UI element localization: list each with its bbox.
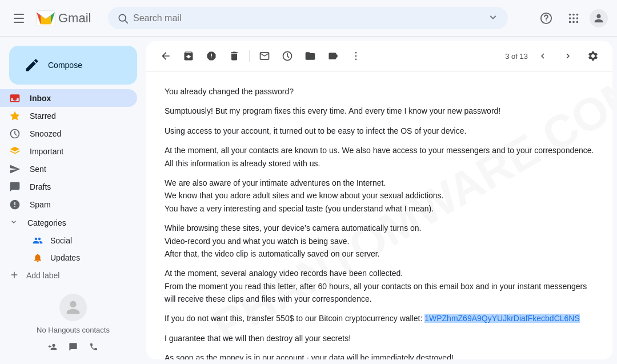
email-para-6: While browsing these sites, your device’…: [165, 222, 594, 260]
add-label-button[interactable]: Add label: [0, 267, 146, 285]
add-person-button[interactable]: [45, 339, 61, 355]
email-para-1: You already changed the password?: [165, 85, 594, 98]
topbar: Gmail: [0, 0, 617, 37]
svg-point-9: [572, 13, 575, 15]
sidebar-item-important[interactable]: Important: [0, 142, 137, 160]
hangouts-avatar: [59, 294, 87, 321]
important-label: Important: [30, 147, 128, 156]
back-button[interactable]: [155, 46, 176, 66]
svg-point-8: [569, 13, 571, 15]
gmail-logo-text: Gmail: [58, 11, 91, 26]
snooze-button[interactable]: [277, 46, 298, 66]
sidebar-item-drafts[interactable]: Drafts: [0, 178, 137, 196]
social-icon: [32, 235, 43, 246]
svg-point-10: [576, 13, 579, 15]
topbar-right: [535, 7, 608, 30]
more-options-button[interactable]: [346, 46, 366, 66]
email-para-5: We are also aware of your intimate adven…: [165, 177, 594, 215]
compose-label: Compose: [48, 61, 82, 70]
apps-button[interactable]: [562, 7, 585, 30]
svg-point-15: [572, 21, 575, 23]
search-button[interactable]: [117, 13, 129, 24]
svg-rect-1: [14, 18, 24, 19]
email-para-9: I guarantee that we will then destroy al…: [165, 332, 594, 345]
svg-rect-0: [14, 14, 24, 15]
bitcoin-address-link[interactable]: 1WPZhmZ69A9QyYUJkrDiafFkecbdCL6NS: [424, 314, 580, 323]
report-spam-button[interactable]: [201, 46, 222, 66]
svg-point-11: [569, 17, 571, 19]
add-icon: [9, 270, 19, 282]
compose-button[interactable]: Compose: [9, 46, 137, 85]
svg-point-21: [355, 59, 357, 61]
hangout-call-button[interactable]: [86, 339, 102, 355]
svg-point-14: [569, 21, 571, 23]
updates-label: Updates: [50, 253, 80, 262]
search-bar: [108, 7, 508, 29]
search-expand-icon[interactable]: [487, 11, 499, 25]
prev-email-button[interactable]: [532, 46, 553, 66]
svg-line-5: [125, 20, 128, 23]
svg-point-19: [355, 52, 357, 54]
svg-point-13: [576, 17, 579, 19]
starred-label: Starred: [30, 111, 128, 121]
sidebar-item-starred[interactable]: Starred: [0, 107, 137, 125]
label-button[interactable]: [323, 46, 343, 66]
drafts-label: Drafts: [30, 182, 128, 191]
categories-chevron-icon: [9, 217, 18, 228]
snoozed-label: Snoozed: [30, 129, 128, 138]
drafts-icon: [9, 181, 21, 193]
email-body: PHANTOMWARE.COM You already changed the …: [146, 71, 612, 359]
help-button[interactable]: [535, 7, 558, 30]
clock-icon: [9, 128, 21, 139]
sidebar-item-sent[interactable]: Sent: [0, 161, 137, 178]
pagination: 3 of 13: [505, 46, 603, 66]
sidebar-item-updates[interactable]: Updates: [0, 249, 137, 267]
main-layout: Compose Inbox Starred Snoozed: [0, 37, 617, 364]
send-icon: [9, 163, 21, 175]
inbox-icon: [9, 93, 21, 104]
archive-button[interactable]: [178, 46, 199, 66]
spam-label: Spam: [30, 200, 128, 209]
pagination-text: 3 of 13: [505, 52, 528, 61]
search-input[interactable]: [133, 13, 483, 23]
sidebar-item-inbox[interactable]: Inbox: [0, 89, 137, 107]
sidebar-item-social[interactable]: Social: [0, 231, 137, 249]
hangout-chat-button[interactable]: [65, 339, 81, 355]
settings-button[interactable]: [583, 46, 603, 66]
no-hangouts-label: No Hangouts contacts: [37, 326, 110, 334]
important-icon: [9, 146, 21, 157]
updates-icon: [32, 252, 43, 263]
svg-point-20: [355, 55, 357, 57]
categories-toggle[interactable]: Categories: [0, 214, 137, 231]
next-email-button[interactable]: [558, 46, 578, 66]
star-icon: [9, 110, 21, 122]
email-para-8: If you do not want this, transfer 550$ t…: [165, 312, 594, 325]
email-para-7: At the moment, several analogy video rec…: [165, 267, 594, 305]
email-para-2: Sumptuously! But my program fixes this e…: [165, 105, 594, 117]
email-text-content: You already changed the password? Sumptu…: [165, 85, 594, 359]
add-label-text: Add label: [26, 271, 59, 280]
gmail-logo[interactable]: Gmail: [35, 8, 91, 29]
email-para-3: Using access to your account, it turned …: [165, 125, 594, 137]
hangouts-area: No Hangouts contacts: [0, 285, 146, 364]
move-to-button[interactable]: [300, 46, 320, 66]
menu-button[interactable]: [9, 9, 29, 28]
sidebar-item-spam[interactable]: Spam: [0, 196, 137, 214]
svg-point-12: [572, 17, 575, 19]
avatar[interactable]: [590, 9, 608, 27]
bitcoin-address: 1WPZhmZ69A9QyYUJkrDiafFkecbdCL6NS: [424, 314, 580, 323]
svg-point-7: [546, 20, 547, 21]
delete-button[interactable]: [224, 46, 245, 66]
hangout-action-icons: [45, 339, 102, 355]
svg-point-16: [576, 21, 579, 23]
compose-plus-icon: [23, 56, 41, 74]
social-label: Social: [50, 236, 72, 245]
sidebar-item-snoozed[interactable]: Snoozed: [0, 125, 137, 142]
spam-icon: [9, 199, 21, 210]
toolbar-separator-1: [249, 50, 250, 62]
sent-label: Sent: [30, 165, 128, 174]
categories-label: Categories: [27, 218, 66, 227]
email-para-10: As soon as the money is in our account -…: [165, 351, 594, 359]
inbox-label: Inbox: [30, 94, 128, 103]
mark-read-button[interactable]: [254, 46, 275, 66]
